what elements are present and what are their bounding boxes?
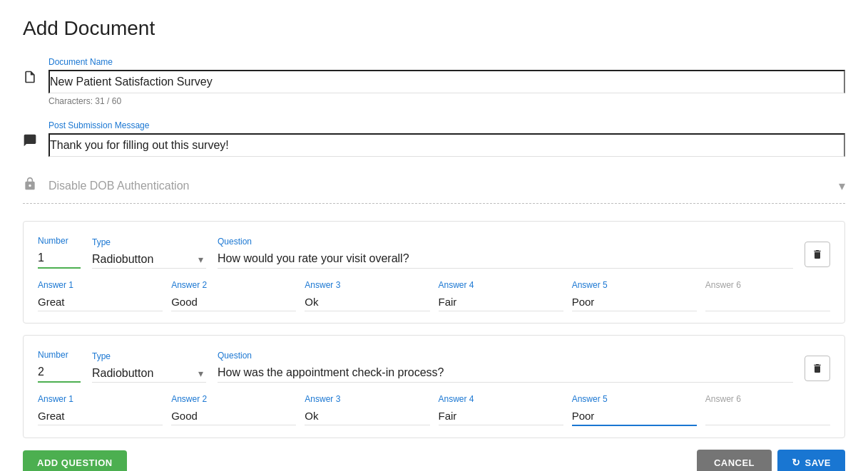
question-2-answer-1: Answer 1 [38,394,163,426]
question-1-answer-1: Answer 1 [38,280,163,311]
page-title: Add Document [23,17,845,40]
question-1-answer-1-input[interactable] [38,293,163,311]
question-1-answer-3: Answer 3 [305,280,429,311]
dob-auth-arrow[interactable]: ▾ [839,178,845,194]
save-refresh-icon: ↻ [792,457,801,468]
document-name-input[interactable] [48,70,845,93]
cancel-button[interactable]: CANCEL [697,450,772,471]
question-1-answer-1-label: Answer 1 [38,280,163,290]
question-2-number-label: Number [38,350,81,360]
question-1-number-field: Number [38,236,81,269]
question-2-answer-5-input[interactable] [572,407,697,426]
question-1-answers-row: Answer 1 Answer 2 Answer 3 Answer 4 Answ… [38,280,830,311]
question-2-answer-2: Answer 2 [171,394,296,426]
post-submission-section: Post Submission Message [23,120,845,157]
delete-icon-1 [812,249,823,260]
lock-icon [23,177,40,195]
question-2-type-label: Type [92,351,206,361]
message-icon [23,133,40,151]
question-1-answer-6: Answer 6 [705,280,830,311]
question-1-type-select[interactable]: Radiobutton Checkbox Text Dropdown [92,250,206,269]
question-2-answer-3-input[interactable] [305,407,429,425]
save-label: SAVE [805,457,831,468]
question-2-answer-6-input[interactable] [705,407,830,425]
question-2-type-select-wrapper: Radiobutton Checkbox Text Dropdown [92,364,206,383]
question-2-answer-3-label: Answer 3 [305,394,429,404]
question-1-answer-5: Answer 5 [572,280,697,311]
question-1-answer-3-label: Answer 3 [305,280,429,290]
question-2-answer-3: Answer 3 [305,394,429,426]
question-1-answer-4: Answer 4 [439,280,563,311]
document-name-section: Document Name Characters: 31 / 60 [23,57,845,118]
question-2-delete-button[interactable] [805,356,830,381]
post-submission-input[interactable] [48,133,845,157]
question-2-answers-row: Answer 1 Answer 2 Answer 3 Answer 4 Answ… [38,394,830,426]
footer-right: CANCEL ↻ SAVE [697,450,845,471]
document-name-label: Document Name [48,57,845,67]
question-1-answer-2-label: Answer 2 [171,280,296,290]
footer-row: ADD QUESTION CANCEL ↻ SAVE [23,450,845,471]
question-2-answer-5-label: Answer 5 [572,394,697,404]
question-2-type-select[interactable]: Radiobutton Checkbox Text Dropdown [92,364,206,383]
question-1-type-field: Type Radiobutton Checkbox Text Dropdown [92,237,206,269]
question-1-type-select-wrapper: Radiobutton Checkbox Text Dropdown [92,250,206,269]
question-1-number-label: Number [38,236,81,246]
dob-auth-label[interactable]: Disable DOB Authentication [48,180,830,192]
document-name-hint: Characters: 31 / 60 [48,96,845,106]
question-1-answer-6-label: Answer 6 [705,280,830,290]
question-2-top-row: Number Type Radiobutton Checkbox Text Dr… [38,350,830,383]
post-submission-field-inner: Post Submission Message [48,120,845,157]
question-1-answer-2: Answer 2 [171,280,296,311]
question-1-number-input[interactable] [38,249,81,269]
dob-auth-section: Disable DOB Authentication ▾ [23,168,845,204]
question-1-answer-6-input[interactable] [705,293,830,311]
question-1-type-label: Type [92,237,206,247]
question-2-question-label: Question [218,351,793,361]
question-2-question-input[interactable] [218,363,793,383]
question-1-answer-2-input[interactable] [171,293,296,311]
add-question-button[interactable]: ADD QUESTION [23,450,127,472]
questions-container: Number Type Radiobutton Checkbox Text Dr… [23,221,845,438]
question-1-answer-5-label: Answer 5 [572,280,697,290]
question-1-answer-4-input[interactable] [439,293,563,311]
question-2-answer-5: Answer 5 [572,394,697,426]
question-2-number-input[interactable] [38,363,81,383]
question-1-delete-button[interactable] [805,242,830,267]
post-submission-label: Post Submission Message [48,120,845,130]
question-1-answer-4-label: Answer 4 [439,280,563,290]
question-2-type-field: Type Radiobutton Checkbox Text Dropdown [92,351,206,383]
question-1-answer-5-input[interactable] [572,293,697,311]
question-1-question-label: Question [218,237,793,247]
question-2-answer-4-label: Answer 4 [439,394,563,404]
question-2-answer-2-input[interactable] [171,407,296,425]
save-button[interactable]: ↻ SAVE [777,450,845,471]
question-1-question-field: Question [218,237,793,269]
question-1-answer-3-input[interactable] [305,293,429,311]
question-2-answer-2-label: Answer 2 [171,394,296,404]
question-2-answer-1-label: Answer 1 [38,394,163,404]
question-card-2: Number Type Radiobutton Checkbox Text Dr… [23,335,845,438]
document-icon [23,70,40,88]
delete-icon-2 [812,363,823,374]
question-2-answer-6: Answer 6 [705,394,830,426]
question-1-question-input[interactable] [218,249,793,269]
question-2-answer-4: Answer 4 [439,394,563,426]
question-1-top-row: Number Type Radiobutton Checkbox Text Dr… [38,236,830,269]
page-container: Add Document Document Name Characters: 3… [0,0,868,471]
question-2-answer-6-label: Answer 6 [705,394,830,404]
question-2-answer-4-input[interactable] [439,407,563,425]
question-card-1: Number Type Radiobutton Checkbox Text Dr… [23,221,845,324]
question-2-number-field: Number [38,350,81,383]
question-2-question-field: Question [218,351,793,383]
question-2-answer-1-input[interactable] [38,407,163,425]
document-name-field-inner: Document Name Characters: 31 / 60 [48,57,845,118]
